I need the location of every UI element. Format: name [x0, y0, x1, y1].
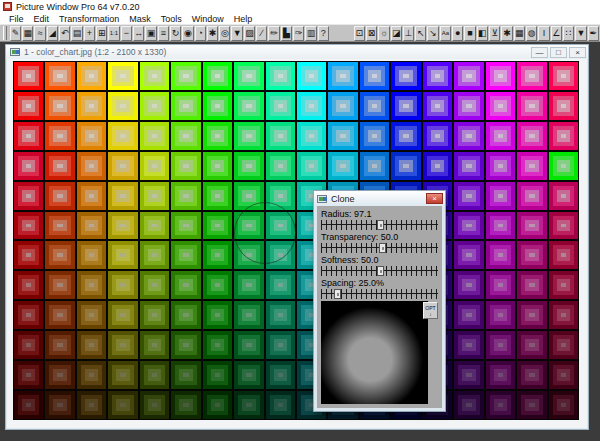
levels-icon[interactable]: ◪ — [391, 26, 402, 41]
circle-mask-icon[interactable]: ● — [452, 26, 463, 41]
chart-cell — [423, 122, 452, 150]
chart-cell-layer — [301, 126, 322, 146]
menu-item-file[interactable]: File — [4, 14, 29, 24]
slider-thumb-0[interactable] — [377, 220, 384, 230]
table-icon[interactable]: ▦ — [514, 26, 525, 41]
line-tool-icon[interactable]: ∕ — [256, 26, 267, 41]
zoom-in-icon[interactable]: + — [84, 26, 95, 41]
chart-cell-layer — [494, 70, 507, 82]
slider-thumb-1[interactable] — [379, 243, 386, 253]
chart-cell-layer — [490, 66, 511, 86]
chart-cell — [140, 152, 169, 180]
chart-cell — [549, 92, 578, 120]
menu-item-edit[interactable]: Edit — [29, 14, 55, 24]
copy-icon[interactable]: ▣ — [145, 26, 156, 41]
chart-cell-layer — [179, 190, 192, 202]
chart-cell — [203, 271, 232, 299]
minimize-button[interactable]: — — [531, 47, 548, 58]
menu-item-window[interactable]: Window — [187, 14, 229, 24]
chart-cell-layer — [207, 126, 228, 146]
chart-cell-layer — [458, 66, 479, 86]
brightness-icon[interactable]: ☼ — [378, 26, 389, 41]
pan-hand-icon[interactable]: ✱ — [207, 26, 218, 41]
rotate-left-icon[interactable]: ↖ — [415, 26, 426, 41]
clone-close-button[interactable]: × — [426, 193, 443, 204]
slope-icon[interactable]: ◢ — [47, 26, 58, 41]
scatter-icon[interactable]: ∷ — [563, 26, 574, 41]
rotate-icon[interactable]: ↻ — [170, 26, 181, 41]
hand-icon[interactable]: ✱ — [501, 26, 512, 41]
rotate-right-icon[interactable]: ↘ — [427, 26, 438, 41]
chart-cell-layer — [557, 309, 570, 321]
square-mask-icon[interactable]: ■ — [464, 26, 475, 41]
chart-cell-layer — [242, 100, 255, 112]
chart-cell-layer — [26, 253, 31, 257]
clock-icon[interactable]: ◔ — [195, 26, 206, 41]
close-button[interactable]: × — [569, 47, 586, 58]
help-icon[interactable]: ? — [318, 26, 329, 41]
magnifier-icon[interactable]: ◎ — [219, 26, 230, 41]
slider-track-2[interactable] — [321, 266, 438, 276]
chart-cell-layer — [466, 403, 471, 407]
clone-dialog-titlebar[interactable]: Clone × — [314, 191, 445, 206]
chart-cell-layer — [238, 216, 259, 236]
sphere-icon[interactable]: ◍ — [526, 26, 537, 41]
stamp-icon[interactable]: ▼ — [231, 26, 242, 41]
chart-cell-layer — [49, 216, 70, 236]
tile-icon[interactable]: ▦ — [22, 26, 33, 41]
chart-cell-layer — [215, 224, 220, 228]
menu-item-mask[interactable]: Mask — [124, 14, 156, 24]
printer-icon[interactable]: ▤ — [71, 26, 82, 41]
chart-cell-layer — [183, 224, 188, 228]
expand-icon[interactable]: ⊞ — [96, 26, 107, 41]
toolbar-drag-handle[interactable] — [3, 26, 7, 40]
menu-item-tools[interactable]: Tools — [156, 14, 187, 24]
list-icon[interactable]: ≡ — [158, 26, 169, 41]
fit-window-icon[interactable]: ↔ — [133, 26, 144, 41]
chart-cell-layer — [553, 96, 574, 116]
dark-pen-icon[interactable]: ✒ — [588, 26, 599, 41]
funnel-icon[interactable]: ▼ — [575, 26, 586, 41]
slider-track-1[interactable] — [321, 243, 438, 253]
chart-cell — [171, 62, 200, 90]
chart-cell-layer — [211, 190, 224, 202]
options-button[interactable]: OPT ↓ — [423, 302, 438, 319]
chart-cell-layer — [215, 253, 220, 257]
check-icon[interactable]: ⊻ — [489, 26, 500, 41]
pencil-icon[interactable]: ✏ — [268, 26, 279, 41]
angle-icon[interactable]: ∠ — [551, 26, 562, 41]
readout-icon[interactable]: ◉ — [182, 26, 193, 41]
text-icon[interactable]: Aa — [440, 26, 451, 41]
maximize-button[interactable]: □ — [550, 47, 567, 58]
chart-cell-layer — [494, 130, 507, 142]
chart-cell-layer — [81, 156, 102, 176]
chart-cell-layer — [22, 130, 35, 142]
zoom-out-icon[interactable]: − — [121, 26, 132, 41]
menu-item-help[interactable]: Help — [229, 14, 258, 24]
briefcase-icon[interactable]: ▥ — [305, 26, 316, 41]
undo-icon[interactable]: ↶ — [59, 26, 70, 41]
one-to-one-icon[interactable]: 1:1 — [108, 26, 119, 41]
waves-icon[interactable]: ≈ — [34, 26, 45, 41]
brush-icon[interactable]: ✑ — [293, 26, 304, 41]
image-window-titlebar[interactable]: 1 - color_chart.jpg (1:2 - 2100 x 1330) … — [6, 45, 588, 59]
pen-tool-icon[interactable]: ✎ — [10, 26, 21, 41]
chart-cell-layer — [494, 309, 507, 321]
slider-track-0[interactable] — [321, 220, 438, 230]
ibeam-icon[interactable]: I — [538, 26, 549, 41]
slider-thumb-2[interactable] — [377, 266, 384, 276]
flip-icon[interactable]: ⊥ — [403, 26, 414, 41]
chart-cell-layer — [278, 373, 283, 377]
slider-thumb-3[interactable] — [334, 289, 341, 299]
histogram-icon[interactable]: ▙ — [281, 26, 292, 41]
hatch-icon[interactable]: ▨ — [244, 26, 255, 41]
chart-cell-layer — [57, 194, 62, 198]
chart-cell-layer — [26, 373, 31, 377]
chart-cell-layer — [18, 126, 39, 146]
image-canvas[interactable] — [13, 61, 579, 420]
half-mask-icon[interactable]: ◧ — [477, 26, 488, 41]
menu-item-transformation[interactable]: Transformation — [54, 14, 124, 24]
resize-icon[interactable]: ⊠ — [366, 26, 377, 41]
slider-track-3[interactable] — [321, 289, 438, 299]
crop-icon[interactable]: ⊡ — [354, 26, 365, 41]
